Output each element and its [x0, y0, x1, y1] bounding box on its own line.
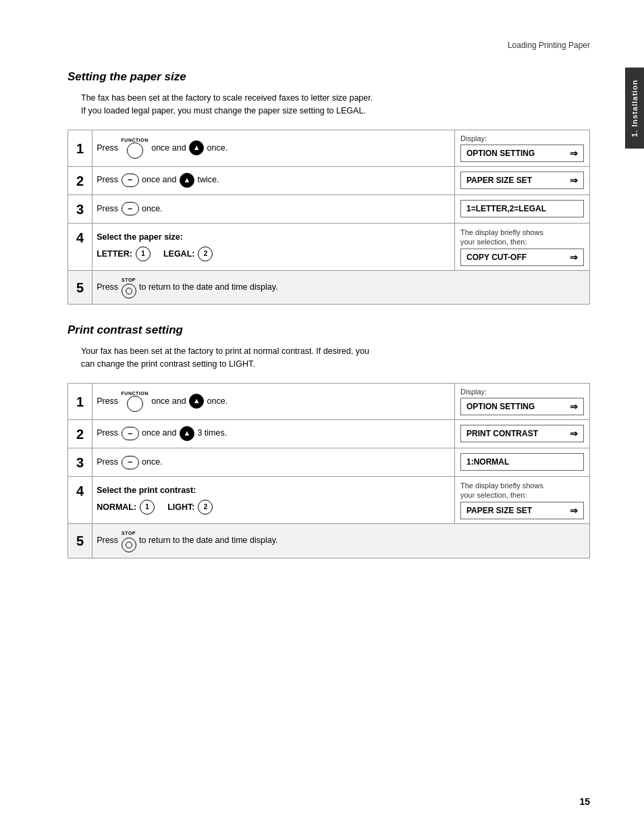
s2-step2-row: 2 Press − once and ▲ 3 times. PRINT CONT… — [68, 419, 590, 448]
legal-option: LEGAL: 2 — [163, 246, 214, 261]
step3-row: 3 Press − once. 1=LETTER,2=LEGAL — [68, 194, 590, 223]
s2-minus-button2-icon: − — [122, 456, 139, 469]
s2-step1-display-text: OPTION SETTING — [466, 402, 535, 411]
normal-key-icon: 1 — [140, 500, 155, 515]
step3-display-text: 1=LETTER,2=LEGAL — [466, 204, 546, 213]
s2-display-label: Display: — [460, 388, 584, 396]
s2-step2-display-box: PRINT CONTRAST ⇒ — [460, 425, 584, 442]
s2-step3-row: 3 Press − once. 1:NORMAL — [68, 448, 590, 476]
s2-step1-num: 1 — [68, 383, 92, 419]
arrow-right3-icon: ⇒ — [570, 252, 578, 263]
step4-display-box: COPY CUT-OFF ⇒ — [460, 249, 584, 266]
contrast-options: NORMAL: 1 LIGHT: 2 — [97, 500, 446, 515]
s2-step1-display-box: OPTION SETTING ⇒ — [460, 398, 584, 415]
step4-display-secondary: The display briefly showsyour selection,… — [460, 228, 584, 247]
step5-num: 5 — [68, 271, 92, 305]
step2-display-box: PAPER SIZE SET ⇒ — [460, 172, 584, 189]
s2-step3-display: 1:NORMAL — [455, 448, 590, 476]
page-container: 1. Installation Loading Printing Paper S… — [0, 0, 644, 834]
section2-steps-table: 1 Press FUNCTION once and ▲ once. Displa… — [68, 383, 590, 558]
section-paper-size: Setting the paper size The fax has been … — [68, 70, 590, 305]
s2-stop-button-icon: STOP — [122, 529, 136, 552]
step1-display-box: OPTION SETTING ⇒ — [460, 145, 584, 162]
s2-arrow-right3-icon: ⇒ — [570, 505, 578, 516]
arrow-right-icon: ⇒ — [570, 148, 578, 159]
section1-steps-table: 1 Press FUNCTION once and ▲ once. Displa… — [68, 130, 590, 305]
s2-step5-row: 5 Press STOP to return to the date and t… — [68, 524, 590, 558]
up-button2-icon: ▲ — [180, 173, 194, 188]
s2-step3-num: 3 — [68, 448, 92, 476]
step3-num: 3 — [68, 194, 92, 223]
s2-step3-content: Press − once. — [92, 448, 455, 476]
s2-arrow-right2-icon: ⇒ — [570, 428, 578, 439]
function-button-icon: FUNCTION — [122, 138, 149, 159]
s2-step2-display: PRINT CONTRAST ⇒ — [455, 419, 590, 448]
step5-row: 5 Press STOP to return to the date and t… — [68, 271, 590, 305]
stop-button-icon: STOP — [122, 276, 136, 298]
s2-step1-display: Display: OPTION SETTING ⇒ — [455, 383, 590, 419]
s2-function-button-icon: FUNCTION — [122, 391, 149, 412]
minus-button2-icon: − — [122, 202, 139, 215]
page-number: 15 — [579, 796, 590, 807]
s2-step4-row: 4 Select the print contrast: NORMAL: 1 L… — [68, 476, 590, 524]
step4-row: 4 Select the paper size: LETTER: 1 LEGAL… — [68, 223, 590, 271]
light-option: LIGHT: 2 — [167, 500, 213, 515]
s2-arrow-right-icon: ⇒ — [570, 401, 578, 412]
step3-display: 1=LETTER,2=LEGAL — [455, 194, 590, 223]
normal-option: NORMAL: 1 — [97, 500, 155, 515]
section2-title: Print contrast setting — [68, 323, 590, 337]
s2-step5-content: Press STOP to return to the date and tim… — [92, 524, 590, 558]
s2-step1-row: 1 Press FUNCTION once and ▲ once. Displa… — [68, 383, 590, 419]
step3-content: Press − once. — [92, 194, 455, 223]
step3-display-box: 1=LETTER,2=LEGAL — [460, 200, 584, 217]
s2-up-button2-icon: ▲ — [180, 426, 194, 441]
step4-num: 4 — [68, 223, 92, 271]
step1-row: 1 Press FUNCTION once and ▲ once. Displa… — [68, 130, 590, 166]
step1-num: 1 — [68, 130, 92, 166]
page-header: Loading Printing Paper — [68, 41, 590, 50]
section2-intro: Your fax has been set at the factory to … — [81, 345, 590, 371]
section-print-contrast: Print contrast setting Your fax has been… — [68, 323, 590, 558]
paper-size-options: LETTER: 1 LEGAL: 2 — [97, 246, 446, 261]
s2-step1-content: Press FUNCTION once and ▲ once. — [92, 383, 455, 419]
s2-minus-button-icon: − — [122, 427, 139, 440]
step2-row: 2 Press − once and ▲ twice. PAPER SIZE S… — [68, 166, 590, 194]
step4-display-text: COPY CUT-OFF — [466, 253, 527, 262]
s2-step4-num: 4 — [68, 476, 92, 524]
minus-button-icon: − — [122, 174, 139, 187]
step1-display-text: OPTION SETTING — [466, 149, 535, 158]
letter-option: LETTER: 1 — [97, 246, 151, 261]
display-label: Display: — [460, 134, 584, 142]
step2-num: 2 — [68, 166, 92, 194]
section1-title: Setting the paper size — [68, 70, 590, 84]
arrow-right2-icon: ⇒ — [570, 175, 578, 186]
side-tab-label: 1. Installation — [630, 79, 639, 136]
s2-step3-display-box: 1:NORMAL — [460, 453, 584, 471]
step2-content: Press − once and ▲ twice. — [92, 166, 455, 194]
header-text: Loading Printing Paper — [508, 41, 590, 50]
s2-step2-display-text: PRINT CONTRAST — [466, 429, 538, 438]
s2-step4-display-box: PAPER SIZE SET ⇒ — [460, 502, 584, 519]
step2-display-text: PAPER SIZE SET — [466, 176, 532, 185]
s2-step2-num: 2 — [68, 419, 92, 448]
s2-step4-display: The display briefly showsyour selection,… — [455, 476, 590, 524]
s2-step4-display-secondary: The display briefly showsyour selection,… — [460, 481, 584, 500]
letter-key-icon: 1 — [136, 246, 151, 261]
section1-intro: The fax has been set at the factory to s… — [81, 92, 590, 118]
step1-display: Display: OPTION SETTING ⇒ — [455, 130, 590, 166]
step5-content: Press STOP to return to the date and tim… — [92, 271, 590, 305]
step4-display: The display briefly showsyour selection,… — [455, 223, 590, 271]
step4-content: Select the paper size: LETTER: 1 LEGAL: … — [92, 223, 455, 271]
s2-step2-content: Press − once and ▲ 3 times. — [92, 419, 455, 448]
step1-content: Press FUNCTION once and ▲ once. — [92, 130, 455, 166]
side-tab: 1. Installation — [625, 68, 644, 149]
s2-step4-content: Select the print contrast: NORMAL: 1 LIG… — [92, 476, 455, 524]
legal-key-icon: 2 — [198, 246, 213, 261]
step2-display: PAPER SIZE SET ⇒ — [455, 166, 590, 194]
s2-step4-display-text: PAPER SIZE SET — [466, 506, 532, 515]
up-button-icon: ▲ — [189, 140, 204, 155]
s2-step5-num: 5 — [68, 524, 92, 558]
light-key-icon: 2 — [198, 500, 213, 515]
s2-step3-display-text: 1:NORMAL — [466, 457, 509, 467]
s2-up-button-icon: ▲ — [189, 394, 204, 409]
